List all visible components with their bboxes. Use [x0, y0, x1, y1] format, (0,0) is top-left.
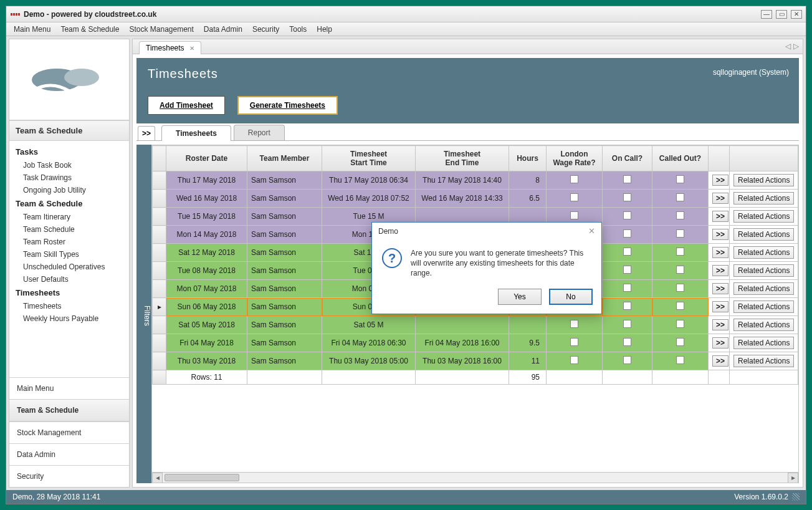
nav-item[interactable]: Job Task Book: [14, 159, 124, 171]
row-marker[interactable]: [153, 280, 166, 298]
go-cell[interactable]: >>: [709, 244, 730, 262]
dialog-no-button[interactable]: No: [549, 289, 593, 305]
go-cell[interactable]: >>: [709, 171, 730, 190]
checkbox[interactable]: [623, 338, 631, 346]
checkbox-cell[interactable]: [652, 190, 709, 208]
go-cell[interactable]: >>: [709, 226, 730, 244]
table-row[interactable]: Sat 05 May 2018Sam SamsonSat 05 M>>Relat…: [153, 316, 798, 334]
sidebar-section-button[interactable]: Team & Schedule: [9, 399, 129, 421]
related-cell[interactable]: Related Actions: [730, 280, 798, 298]
row-marker[interactable]: [153, 244, 166, 262]
checkbox-cell[interactable]: [652, 244, 709, 262]
table-row[interactable]: Fri 04 May 2018Sam SamsonFri 04 May 2018…: [153, 334, 798, 352]
checkbox-cell[interactable]: [603, 244, 652, 262]
nav-group[interactable]: Timesheets: [14, 286, 124, 300]
checkbox-cell[interactable]: [603, 262, 652, 280]
checkbox[interactable]: [623, 175, 631, 183]
checkbox-cell[interactable]: [603, 352, 652, 370]
go-cell[interactable]: >>: [709, 262, 730, 280]
related-actions-button[interactable]: Related Actions: [733, 228, 794, 241]
nav-group[interactable]: Tasks: [14, 145, 124, 159]
nav-item[interactable]: Team Itinerary: [14, 211, 124, 223]
checkbox[interactable]: [623, 193, 631, 201]
go-cell[interactable]: >>: [709, 280, 730, 298]
sidebar-section-button[interactable]: Stock Management: [9, 421, 129, 443]
related-cell[interactable]: Related Actions: [730, 334, 798, 352]
checkbox-cell[interactable]: [652, 226, 709, 244]
menu-stock-management[interactable]: Stock Management: [124, 23, 198, 36]
related-actions-button[interactable]: Related Actions: [733, 174, 794, 186]
checkbox[interactable]: [676, 229, 684, 238]
related-actions-button[interactable]: Related Actions: [733, 319, 794, 331]
related-cell[interactable]: Related Actions: [730, 190, 798, 208]
checkbox-cell[interactable]: [652, 316, 709, 334]
related-actions-button[interactable]: Related Actions: [733, 210, 794, 223]
tab-prev-icon[interactable]: ◁: [785, 42, 791, 51]
go-cell[interactable]: >>: [709, 316, 730, 334]
related-actions-button[interactable]: Related Actions: [733, 246, 794, 259]
dialog-yes-button[interactable]: Yes: [498, 289, 542, 305]
nav-group[interactable]: Team & Schedule: [14, 196, 124, 211]
checkbox[interactable]: [623, 211, 631, 219]
nav-item[interactable]: Timesheets: [14, 300, 124, 312]
scroll-right-icon[interactable]: ▸: [788, 473, 798, 483]
checkbox-cell[interactable]: [652, 262, 709, 280]
go-cell[interactable]: >>: [709, 190, 730, 208]
checkbox-cell[interactable]: [652, 171, 709, 190]
column-header[interactable]: Timesheet Start Time: [322, 146, 416, 171]
checkbox-cell[interactable]: [603, 298, 652, 316]
checkbox-cell[interactable]: [652, 298, 709, 316]
row-marker[interactable]: [153, 316, 166, 334]
column-header[interactable]: Team Member: [247, 146, 322, 171]
go-button[interactable]: >>: [712, 337, 728, 349]
related-actions-button[interactable]: Related Actions: [733, 192, 794, 204]
go-cell[interactable]: >>: [709, 334, 730, 352]
nav-item[interactable]: Ongoing Job Utility: [14, 184, 124, 196]
expand-button[interactable]: >>: [138, 126, 155, 140]
related-cell[interactable]: Related Actions: [730, 316, 798, 334]
menu-security[interactable]: Security: [247, 23, 284, 36]
filters-panel-toggle[interactable]: Filters: [136, 145, 151, 483]
row-marker[interactable]: [153, 208, 166, 226]
nav-item[interactable]: Unscheduled Operatives: [14, 261, 124, 273]
column-header[interactable]: On Call?: [603, 146, 652, 171]
checkbox[interactable]: [676, 211, 684, 219]
checkbox-cell[interactable]: [603, 226, 652, 244]
table-row[interactable]: Thu 03 May 2018Sam SamsonThu 03 May 2018…: [153, 352, 798, 370]
generate-timesheets-button[interactable]: Generate Timesheets: [237, 96, 338, 115]
nav-item[interactable]: Team Roster: [14, 236, 124, 248]
checkbox-cell[interactable]: [652, 208, 709, 226]
go-button[interactable]: >>: [712, 175, 728, 186]
checkbox[interactable]: [676, 266, 684, 274]
go-cell[interactable]: >>: [709, 208, 730, 226]
table-row[interactable]: Thu 17 May 2018Sam SamsonThu 17 May 2018…: [153, 171, 798, 190]
checkbox[interactable]: [676, 338, 684, 346]
checkbox-cell[interactable]: [603, 171, 652, 190]
horizontal-scrollbar[interactable]: ◂ ▸: [152, 472, 798, 483]
checkbox-cell[interactable]: [603, 280, 652, 298]
column-header[interactable]: [730, 146, 798, 171]
checkbox[interactable]: [570, 193, 578, 201]
checkbox[interactable]: [623, 320, 631, 328]
checkbox-cell[interactable]: [652, 280, 709, 298]
minimize-button[interactable]: —: [761, 10, 772, 19]
nav-item[interactable]: User Defaults: [14, 273, 124, 286]
checkbox[interactable]: [676, 302, 684, 310]
go-cell[interactable]: >>: [709, 298, 730, 316]
checkbox[interactable]: [623, 266, 631, 274]
sidebar-section-button[interactable]: Security: [9, 465, 129, 487]
menu-tools[interactable]: Tools: [284, 23, 312, 36]
related-actions-button[interactable]: Related Actions: [733, 337, 794, 349]
scroll-thumb[interactable]: [165, 474, 239, 481]
column-header[interactable]: Roster Date: [166, 146, 247, 171]
go-button[interactable]: >>: [712, 229, 728, 240]
checkbox-cell[interactable]: [603, 208, 652, 226]
checkbox[interactable]: [676, 193, 684, 201]
checkbox[interactable]: [570, 175, 578, 183]
menu-help[interactable]: Help: [312, 23, 337, 36]
go-button[interactable]: >>: [712, 247, 728, 258]
checkbox[interactable]: [676, 320, 684, 328]
row-marker[interactable]: [153, 226, 166, 244]
scroll-left-icon[interactable]: ◂: [152, 473, 163, 483]
nav-item[interactable]: Team Schedule: [14, 223, 124, 236]
